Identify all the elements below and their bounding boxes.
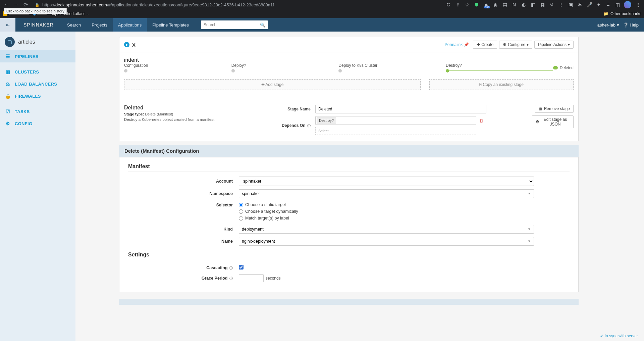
gear-icon: ⚙: [5, 121, 11, 126]
balance-icon: ⚖: [5, 81, 11, 87]
namespace-label: Namespace: [128, 191, 239, 196]
sidebar-load-balancers[interactable]: ⚖LOAD BALANCERS: [0, 78, 75, 90]
star-icon[interactable]: ☆: [464, 2, 470, 8]
check-icon: ☑: [5, 109, 11, 114]
gear-icon: ⚙: [536, 119, 539, 124]
stage-name-input[interactable]: [315, 105, 486, 113]
sidebar-clusters[interactable]: ▦CLUSTERS: [0, 66, 75, 78]
pin-icon[interactable]: 📌: [464, 42, 469, 47]
notion-icon[interactable]: N: [511, 2, 517, 8]
nav-search-input[interactable]: [204, 22, 254, 27]
main-content[interactable]: ▶ X Permalink 📌 ✚Create ⚙Configure ▾ Pip…: [75, 32, 644, 341]
back-tooltip: Click to go back, hold to see history: [4, 8, 67, 14]
ext-icon-6[interactable]: ▣: [568, 2, 574, 8]
plus-icon: ✚: [477, 42, 480, 47]
app-name: articles: [18, 39, 35, 45]
nav-templates[interactable]: Pipeline Templates: [147, 18, 194, 32]
info-icon[interactable]: ⓘ: [229, 266, 233, 270]
edit-json-button[interactable]: ⚙Edit stage as JSON: [532, 115, 574, 128]
profile-avatar[interactable]: [624, 1, 631, 8]
copy-stage-button[interactable]: ⎘ Copy an existing stage: [429, 79, 574, 90]
sidebar-pipelines[interactable]: ☰PIPELINES: [0, 50, 75, 62]
share-icon[interactable]: ⇪: [455, 2, 461, 8]
name-label: Name: [128, 239, 239, 244]
ext-icon-7[interactable]: ✱: [577, 2, 583, 8]
ext-icon-5[interactable]: ⋮: [558, 2, 564, 8]
create-button[interactable]: ✚Create: [473, 41, 497, 49]
browser-reload-button[interactable]: ⟳: [21, 1, 30, 9]
trash-icon[interactable]: 🗑: [479, 118, 483, 123]
play-icon[interactable]: ▶: [124, 42, 129, 47]
stage-deploy-k8s[interactable]: Deploy to K8s Cluster: [338, 63, 446, 72]
nav-search-box[interactable]: 🔍: [201, 20, 268, 29]
remove-stage-button[interactable]: 🗑Remove stage: [535, 105, 574, 113]
kind-select[interactable]: deployment: [239, 225, 534, 234]
ext-icon-1[interactable]: ◐: [521, 2, 527, 8]
namespace-select[interactable]: spinnaker: [239, 189, 534, 198]
lock-icon: 🔒: [5, 93, 11, 99]
nav-user[interactable]: asher-lab ▾: [597, 22, 619, 28]
depends-on-select[interactable]: Select...: [315, 127, 476, 135]
camera-icon[interactable]: ◉: [492, 2, 498, 8]
grace-label: Grace Period ⓘ: [128, 276, 239, 281]
mic-icon[interactable]: 🎤: [586, 2, 592, 8]
cascading-checkbox[interactable]: [239, 265, 244, 270]
manifest-config: Manifest Account spinnaker Namespace spi…: [119, 157, 579, 292]
sync-status: ✔ In sync with server: [600, 334, 638, 338]
playlist-icon[interactable]: ≡: [605, 2, 611, 8]
info-icon[interactable]: ⓘ: [229, 277, 233, 280]
browser-menu-button[interactable]: [635, 3, 641, 7]
nav-search[interactable]: Search: [62, 18, 86, 32]
browser-back-button[interactable]: ←: [3, 1, 11, 9]
nav-applications[interactable]: Applications: [113, 18, 147, 32]
copy-icon: ⎘: [479, 82, 482, 87]
stage-configuration[interactable]: Configuration: [124, 63, 231, 72]
selector-label-match[interactable]: Match target(s) by label: [239, 215, 534, 222]
name-select[interactable]: nginx-deployment: [239, 237, 534, 246]
search-icon[interactable]: 🔍: [260, 22, 265, 28]
spinnaker-top-nav: ⇤ SPINNAKER Search Projects Applications…: [0, 18, 644, 32]
sidebar-tasks[interactable]: ☑TASKS: [0, 105, 75, 117]
nav-projects[interactable]: Projects: [86, 18, 113, 32]
account-label: Account: [128, 179, 239, 184]
sidebar-config[interactable]: ⚙CONFIG: [0, 117, 75, 130]
nav-help[interactable]: ❔ Help: [623, 22, 639, 28]
pipeline-actions-button[interactable]: Pipeline Actions ▾: [534, 41, 574, 49]
cascading-label: Cascading ⓘ: [128, 265, 239, 271]
info-icon[interactable]: ⓘ: [307, 124, 311, 128]
selector-dynamic[interactable]: Choose a target dynamically: [239, 208, 534, 215]
plus-icon: ✚: [261, 82, 265, 87]
section-header-next: [119, 299, 579, 305]
brand-label[interactable]: SPINNAKER: [15, 22, 62, 28]
ext-icon-4[interactable]: ↯: [549, 2, 555, 8]
stage-deploy-q[interactable]: Deploy?: [231, 63, 339, 72]
pipeline-stages: indent Configuration Deploy? Deploy to K…: [119, 52, 578, 74]
grid-icon: ▦: [5, 69, 11, 75]
browser-forward-button[interactable]: →: [12, 1, 20, 9]
account-select[interactable]: spinnaker: [239, 177, 534, 186]
depends-on-input[interactable]: Destroy?: [315, 116, 476, 125]
browser-chrome: ← → ⟳ 🔒 https://deck.spinnaker.asherl.co…: [0, 0, 644, 18]
stage-deleted[interactable]: Deleted: [553, 65, 574, 70]
configure-button[interactable]: ⚙Configure ▾: [499, 41, 532, 49]
stage-destroy-q[interactable]: Destroy?: [446, 63, 553, 72]
puzzle-icon[interactable]: ✦: [596, 2, 602, 8]
stage-description: Destroy a Kubernetes object created from…: [124, 117, 265, 121]
nav-back-button[interactable]: ⇤: [0, 18, 15, 32]
add-stage-button[interactable]: ✚ Add stage: [124, 79, 421, 90]
adblock-icon[interactable]: ◆139: [483, 2, 489, 8]
grace-input[interactable]: [239, 274, 264, 282]
permalink-link[interactable]: Permalink: [445, 42, 463, 47]
google-icon[interactable]: G: [445, 2, 451, 8]
other-bookmarks[interactable]: 📁 Other bookmarks: [603, 11, 641, 16]
ext-icon-2[interactable]: ◧: [530, 2, 536, 8]
ext-icon-3[interactable]: ▦: [539, 2, 545, 8]
shield-icon[interactable]: ⛊: [474, 2, 480, 8]
list-icon: ☰: [5, 54, 11, 59]
stage-title: Deleted: [124, 105, 265, 111]
sidebar-firewalls[interactable]: 🔒FIREWALLS: [0, 90, 75, 102]
browser-address-bar[interactable]: 🔒 https://deck.spinnaker.asherl.com/#/ap…: [32, 2, 443, 7]
doc-icon[interactable]: ▤: [502, 2, 508, 8]
selector-static[interactable]: Choose a static target: [239, 201, 534, 208]
panel-icon[interactable]: ◫: [614, 2, 621, 8]
